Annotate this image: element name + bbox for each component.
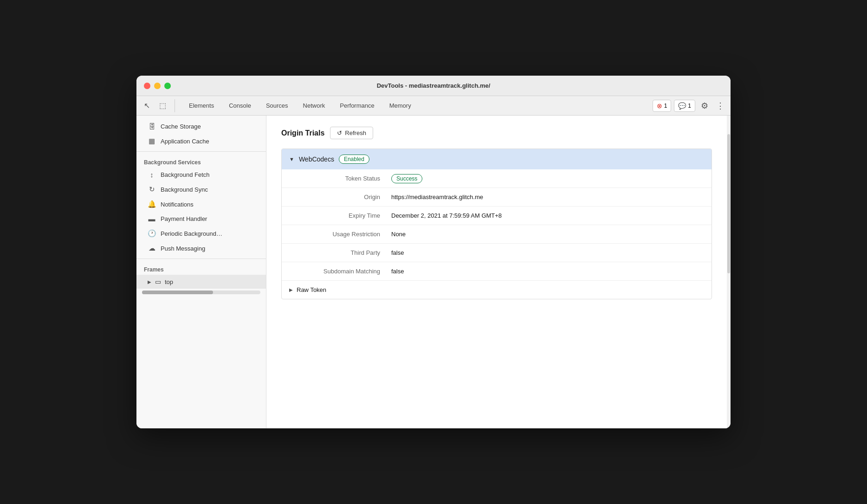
cloud-icon: ☁ [148,244,156,252]
token-status-value: Success [391,175,704,182]
sidebar-scrollbar[interactable] [142,291,260,294]
sidebar-item-frames-top[interactable]: ▶ ▭ top [136,275,266,289]
sidebar-label-payment-handler: Payment Handler [161,215,207,222]
sidebar-item-notifications[interactable]: 🔔 Notifications [136,197,266,212]
sidebar-item-cache-storage[interactable]: 🗄 Cache Storage [136,119,266,134]
devtools-window: DevTools - mediastreamtrack.glitch.me/ ↖… [136,76,731,428]
cursor-icon[interactable]: ↖ [140,99,153,112]
sidebar-section-background-services: Background Services [136,155,266,168]
sidebar-divider-1 [136,151,266,152]
payment-icon: ▬ [148,215,156,223]
error-icon: ⊗ [657,102,662,110]
sidebar-item-background-sync[interactable]: ↻ Background Sync [136,182,266,197]
sidebar-divider-2 [136,258,266,259]
usage-restriction-value: None [391,231,704,238]
sidebar-scrollbar-thumb [142,291,213,294]
triangle-right-small-icon: ▶ [289,287,293,292]
raw-token-label: Raw Token [297,286,326,293]
triangle-right-icon: ▶ [148,279,151,284]
triangle-down-icon: ▼ [289,156,294,162]
database-icon: 🗄 [148,123,156,130]
info-count: 1 [688,103,691,109]
sidebar-item-push-messaging[interactable]: ☁ Push Messaging [136,241,266,256]
sync-icon: ↻ [148,185,156,194]
window-title: DevTools - mediastreamtrack.glitch.me/ [377,82,491,89]
usage-restriction-label: Usage Restriction [289,231,391,238]
tab-network[interactable]: Network [297,99,332,112]
more-icon[interactable]: ⋮ [714,99,727,112]
success-badge: Success [391,174,422,183]
expiry-label: Expiry Time [289,212,391,219]
content-header: Origin Trials ↺ Refresh [281,127,712,139]
fetch-icon: ↕ [148,171,156,179]
content-area: Origin Trials ↺ Refresh ▼ WebCodecs Enab… [266,116,727,428]
trial-name: WebCodecs [299,155,334,163]
tabbar: ↖ ⬚ Elements Console Sources Network Per… [136,96,731,116]
content-scrollbar[interactable] [727,116,731,428]
trial-data-rows: Token Status Success Origin https://medi… [282,169,712,299]
sidebar-label-cache-storage: Cache Storage [161,123,201,130]
table-row: Subdomain Matching false [282,262,712,280]
third-party-label: Third Party [289,249,391,256]
info-badge-button[interactable]: 💬 1 [674,100,695,112]
refresh-label: Refresh [345,129,366,136]
third-party-value: false [391,249,704,256]
content-scrollbar-thumb [727,134,730,273]
tab-performance[interactable]: Performance [333,99,381,112]
refresh-button[interactable]: ↺ Refresh [330,127,373,139]
enabled-badge: Enabled [339,155,369,164]
origin-value: https://mediastreamtrack.glitch.me [391,194,704,200]
inspect-icon[interactable]: ⬚ [156,99,169,112]
clock-icon: 🕐 [148,229,156,238]
error-badge-button[interactable]: ⊗ 1 [653,100,672,112]
sidebar-item-background-fetch[interactable]: ↕ Background Fetch [136,168,266,182]
table-row: Origin https://mediastreamtrack.glitch.m… [282,187,712,206]
tab-console[interactable]: Console [222,99,258,112]
sidebar-label-push-messaging: Push Messaging [161,245,205,252]
maximize-button[interactable] [164,83,171,89]
info-icon: 💬 [678,102,686,110]
tab-memory[interactable]: Memory [383,99,418,112]
table-row: Third Party false [282,243,712,262]
main-layout: 🗄 Cache Storage ▦ Application Cache Back… [136,116,731,428]
page-title: Origin Trials [281,129,324,137]
sidebar: 🗄 Cache Storage ▦ Application Cache Back… [136,116,266,428]
sidebar-item-payment-handler[interactable]: ▬ Payment Handler [136,212,266,226]
expiry-value: December 2, 2021 at 7:59:59 AM GMT+8 [391,212,704,219]
sidebar-label-notifications: Notifications [161,201,194,208]
sidebar-label-background-fetch: Background Fetch [161,171,210,178]
sidebar-item-application-cache[interactable]: ▦ Application Cache [136,134,266,149]
bell-icon: 🔔 [148,200,156,208]
table-row: Expiry Time December 2, 2021 at 7:59:59 … [282,206,712,225]
sidebar-label-background-sync: Background Sync [161,186,208,193]
token-status-label: Token Status [289,175,391,182]
subdomain-label: Subdomain Matching [289,268,391,275]
sidebar-item-periodic-background[interactable]: 🕐 Periodic Background… [136,226,266,241]
frames-top-label: top [165,278,173,285]
tab-sources[interactable]: Sources [259,99,295,112]
window-controls [144,83,171,89]
close-button[interactable] [144,83,150,89]
settings-icon[interactable]: ⚙ [698,99,711,112]
tab-right-controls: ⊗ 1 💬 1 ⚙ ⋮ [653,99,727,112]
devtools-icons: ↖ ⬚ [140,99,175,112]
sidebar-section-frames: Frames [136,262,266,275]
refresh-icon: ↺ [337,129,342,136]
trial-section: ▼ WebCodecs Enabled Token Status Success… [281,149,712,299]
origin-label: Origin [289,194,391,200]
grid-icon: ▦ [148,137,156,145]
folder-icon: ▭ [155,278,161,285]
minimize-button[interactable] [154,83,161,89]
raw-token-row[interactable]: ▶ Raw Token [282,280,712,299]
error-count: 1 [664,103,667,109]
titlebar: DevTools - mediastreamtrack.glitch.me/ [136,76,731,96]
sidebar-label-periodic-background: Periodic Background… [161,230,222,237]
sidebar-label-application-cache: Application Cache [161,138,209,145]
subdomain-value: false [391,268,704,275]
tab-elements[interactable]: Elements [182,99,220,112]
trial-header[interactable]: ▼ WebCodecs Enabled [282,149,712,169]
table-row: Usage Restriction None [282,225,712,243]
table-row: Token Status Success [282,169,712,187]
